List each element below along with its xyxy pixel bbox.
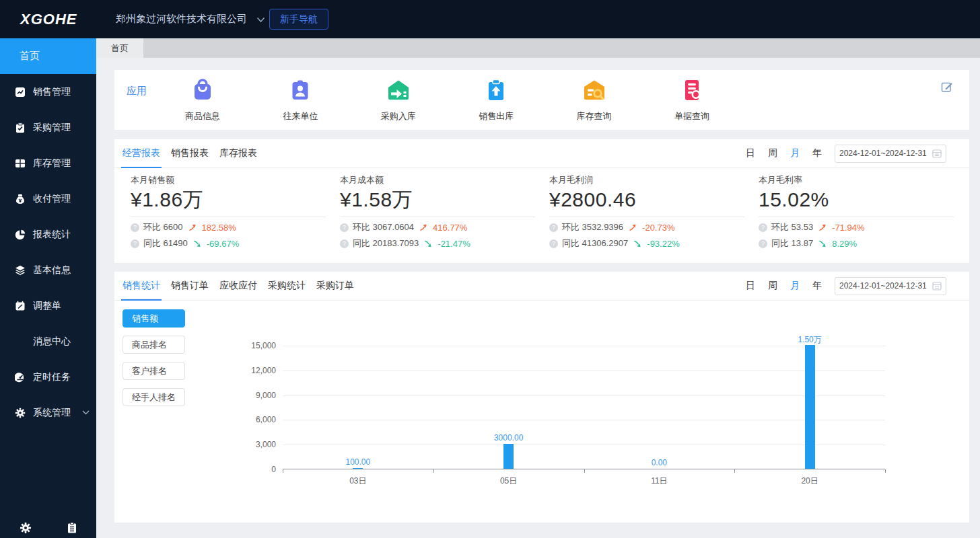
report-period[interactable]: 年 [812,147,822,159]
company-name: 郑州象过河软件技术有限公司 [116,13,247,26]
kpi-value: 15.02% [759,188,954,210]
sidebar-item-timer[interactable]: 定时任务 [0,359,96,395]
sidebar-item-home[interactable]: 首页 [0,38,96,74]
kpi-compare-row: ?环比 3532.9396-20.73% [549,221,744,233]
reports-icon [15,229,26,240]
topbar: XGOHE 郑州象过河软件技术有限公司 新手导航 [0,0,980,38]
stats-tabs-row: 销售统计销售订单应收应付采购统计采购订单 日周月年 2024-12-01~202… [114,272,969,301]
filter-button-3[interactable]: 经手人排名 [123,388,185,406]
sidebar-item-message[interactable]: 消息中心 [0,323,96,359]
tab-home[interactable]: 首页 [96,38,143,58]
app-label: 往来单位 [267,110,334,122]
question-icon[interactable]: ? [549,239,558,248]
sidebar-item-reports[interactable]: 报表统计 [0,217,96,252]
stats-period[interactable]: 日 [746,280,755,292]
app-doc-query[interactable]: 单据查询 [658,77,726,122]
sidebar-item-payment[interactable]: 收付管理 [0,181,96,217]
chevron-down-icon [82,410,90,415]
stats-tabs: 销售统计销售订单应收应付采购统计采购订单 [123,272,365,300]
question-icon[interactable]: ? [549,223,558,232]
app-contacts[interactable]: 往来单位 [267,77,334,122]
report-tabs: 经营报表销售报表库存报表 [123,139,268,167]
company-selector[interactable]: 郑州象过河软件技术有限公司 [116,0,265,38]
report-period[interactable]: 月 [790,147,800,159]
sidebar-item-system[interactable]: 系统管理 [0,395,96,430]
sidebar-item-label: 消息中心 [33,336,71,348]
sidebar-item-label: 库存管理 [33,157,71,169]
trend-down-icon [193,240,201,247]
clipboard-up-icon [483,77,509,103]
kpi-compare-pct: -93.22% [647,239,679,249]
edit-apps-icon[interactable] [941,81,953,93]
report-tab[interactable]: 库存报表 [219,139,257,167]
sidebar-item-adjust[interactable]: 调整单 [0,288,96,323]
filter-button-0[interactable]: 销售额 [123,309,185,328]
chart-ytick-label: 9,000 [218,391,276,400]
stats-date-range[interactable]: 2024-12-01~2024-12-31 [835,277,946,295]
stats-tab[interactable]: 销售统计 [123,272,160,300]
stats-tab[interactable]: 应收应付 [219,272,257,300]
report-tab[interactable]: 经营报表 [123,139,160,167]
report-tab[interactable]: 销售报表 [171,139,209,167]
kpi-compare-pct: -20.73% [642,223,674,233]
app-stock-query[interactable]: 库存查询 [561,77,628,122]
kpi-label: 本月毛利率 [759,174,954,186]
kpi-compare-row: ?同比 13.878.29% [759,237,954,249]
guide-button[interactable]: 新手导航 [269,9,328,30]
filter-button-2[interactable]: 客户排名 [123,362,185,380]
idcard-icon [287,77,313,103]
kpi-value: ¥2800.46 [549,188,744,210]
kpi-compare-text: 同比 13.87 [771,237,813,249]
app-sales-out[interactable]: 销售出库 [462,77,530,122]
question-icon[interactable]: ? [340,239,349,248]
question-icon[interactable]: ? [131,239,139,248]
trend-down-icon [818,240,827,247]
kpi-compare-text: 环比 6600 [143,221,183,233]
kpi-compare-text: 同比 61490 [143,237,188,249]
sidebar-item-basic[interactable]: 基本信息 [0,252,96,288]
app-purchase-in[interactable]: 采购入库 [365,77,432,122]
kpi-compare-pct: 182.58% [202,223,236,233]
stats-period[interactable]: 年 [812,280,822,292]
app-label: 商品信息 [169,110,236,122]
report-date-range[interactable]: 2024-12-01~2024-12-31 [835,145,946,163]
chart-ytick-label: 3,000 [218,440,276,449]
chart-xtick-label: 11日 [629,475,689,487]
kpi-1: 本月成本额¥1.58万?环比 3067.0604416.77%?同比 20183… [340,174,535,249]
stats-tab[interactable]: 采购订单 [316,272,354,300]
question-icon[interactable]: ? [131,223,139,232]
filter-button-1[interactable]: 商品排名 [123,336,185,354]
bag-icon [190,77,215,103]
question-icon[interactable]: ? [759,239,767,248]
stats-filter-buttons: 销售额商品排名客户排名经手人排名 [123,309,185,414]
kpi-compare-row: ?同比 20183.7093-21.47% [340,237,535,249]
stats-tab[interactable]: 销售订单 [171,272,209,300]
report-period[interactable]: 周 [768,147,777,159]
app-goods[interactable]: 商品信息 [169,77,236,122]
sidebar-item-label: 销售管理 [33,86,71,98]
sidebar-item-label: 采购管理 [33,122,71,134]
basic-icon [15,265,26,276]
report-period[interactable]: 日 [746,147,755,159]
question-icon[interactable]: ? [340,223,349,232]
chart-tick [283,469,283,473]
sidebar-item-inventory[interactable]: 库存管理 [0,145,96,181]
settings-gear-icon[interactable] [20,522,32,534]
log-clipboard-icon[interactable] [66,522,78,534]
kpi-compare-text: 同比 41306.2907 [562,237,628,249]
stats-period[interactable]: 月 [790,280,800,292]
kpi-3: 本月毛利率15.02%?环比 53.53-71.94%?同比 13.878.29… [759,174,954,249]
report-periods: 日周月年 [746,147,822,159]
stats-tab[interactable]: 采购统计 [268,272,306,300]
trend-up-icon [188,224,197,231]
stats-period[interactable]: 周 [768,280,777,292]
warehouse-search-icon [582,77,607,103]
sidebar-item-sales[interactable]: 销售管理 [0,74,96,110]
sidebar-bottom [0,522,96,534]
sidebar-item-purchase[interactable]: 采购管理 [0,110,96,145]
system-icon [15,408,26,418]
kpi-compare-row: ?同比 61490-69.67% [131,237,326,249]
report-panel: 经营报表销售报表库存报表 日周月年 2024-12-01~2024-12-31 … [114,139,969,263]
kpi-compare-text: 环比 3532.9396 [562,221,623,233]
question-icon[interactable]: ? [759,223,767,232]
